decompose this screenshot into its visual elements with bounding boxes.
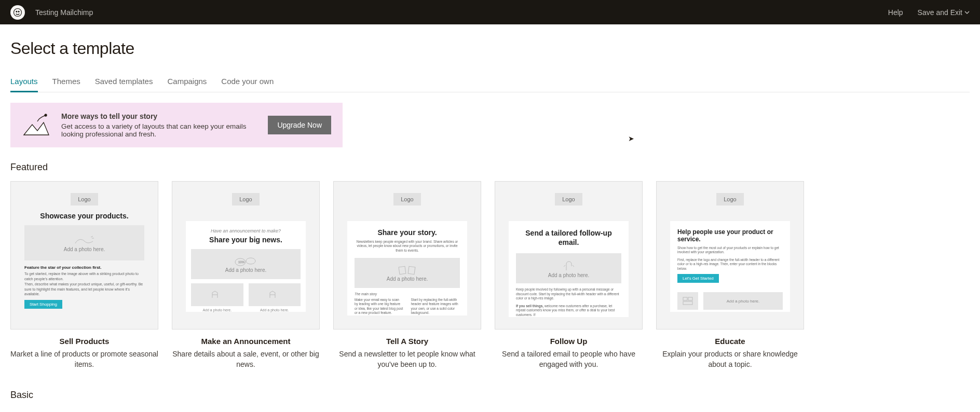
tab-campaigns[interactable]: Campaigns — [167, 73, 207, 92]
card-desc: Market a line of products or promote sea… — [10, 349, 158, 370]
promo-illustration-icon — [22, 113, 51, 137]
card-tell-story: Logo Share your story. Newsletters keep … — [333, 181, 481, 370]
card-desc: Send a tailored email to people who have… — [495, 349, 643, 370]
svg-rect-11 — [683, 301, 692, 305]
svg-rect-10 — [688, 297, 692, 300]
svg-rect-7 — [399, 266, 406, 274]
thumb-logo: Logo — [555, 193, 582, 205]
promo-body: Get access to a variety of layouts that … — [61, 122, 257, 138]
topbar-brand: Testing Mailchimp — [10, 5, 888, 20]
tabs: Layouts Themes Saved templates Campaigns… — [10, 73, 970, 92]
card-title: Follow Up — [495, 337, 643, 346]
page-title: Select a template — [10, 39, 970, 58]
card-title: Tell A Story — [333, 337, 481, 346]
svg-point-1 — [16, 11, 17, 12]
card-make-announcement: Logo Have an announcement to make? Share… — [172, 181, 320, 370]
card-desc: Explain your products or share knowledge… — [656, 349, 804, 370]
upgrade-promo: More ways to tell your story Get access … — [10, 103, 343, 147]
chevron-down-icon — [964, 10, 970, 15]
thumb-logo: Logo — [71, 193, 98, 205]
card-desc: Share details about a sale, event, or ot… — [172, 349, 320, 370]
thumb-heading: Showcase your products. — [24, 212, 144, 220]
svg-point-5 — [246, 258, 255, 264]
mailchimp-logo-icon[interactable] — [10, 5, 25, 20]
card-sell-products: Logo Showcase your products. Add a photo… — [10, 181, 158, 370]
section-featured: Featured — [10, 162, 970, 173]
svg-text:10%: 10% — [238, 260, 245, 264]
svg-rect-8 — [408, 266, 415, 274]
save-and-exit[interactable]: Save and Exit — [918, 8, 970, 17]
thumb-logo: Logo — [716, 193, 743, 205]
thumb-announcement[interactable]: Logo Have an announcement to make? Share… — [172, 181, 320, 329]
thumb-cta: Let's Get Started — [677, 274, 719, 283]
card-title: Sell Products — [10, 337, 158, 346]
tab-layouts[interactable]: Layouts — [10, 73, 38, 92]
thumb-heading: Share your big news. — [191, 236, 301, 244]
upgrade-now-button[interactable]: Upgrade Now — [268, 116, 331, 134]
tab-code-your-own[interactable]: Code your own — [221, 73, 274, 92]
featured-cards: Logo Showcase your products. Add a photo… — [10, 181, 970, 370]
help-link[interactable]: Help — [888, 8, 903, 17]
tab-themes[interactable]: Themes — [52, 73, 80, 92]
card-educate: Logo Help people use your product or ser… — [656, 181, 804, 370]
svg-point-0 — [14, 8, 22, 16]
card-title: Make an Announcement — [172, 337, 320, 346]
promo-text: More ways to tell your story Get access … — [61, 112, 257, 138]
thumb-heading: Help people use your product or service. — [677, 228, 783, 243]
topbar-right: Help Save and Exit — [888, 8, 970, 17]
thumb-sell-products[interactable]: Logo Showcase your products. Add a photo… — [10, 181, 158, 329]
tab-saved-templates[interactable]: Saved templates — [95, 73, 153, 92]
card-follow-up: Logo Send a tailored follow-up email. Ad… — [495, 181, 643, 370]
main-container: Select a template Layouts Themes Saved t… — [0, 24, 980, 412]
thumb-heading: Share your story. — [355, 228, 460, 237]
svg-point-3 — [45, 114, 47, 116]
card-title: Educate — [656, 337, 804, 346]
topbar: Testing Mailchimp Help Save and Exit — [0, 0, 980, 24]
promo-headline: More ways to tell your story — [61, 112, 257, 120]
thumb-story[interactable]: Logo Share your story. Newsletters keep … — [333, 181, 481, 329]
thumb-heading: Send a tailored follow-up email. — [516, 228, 621, 247]
thumb-cta: Start Shopping — [24, 300, 62, 309]
card-desc: Send a newsletter to let people know wha… — [333, 349, 481, 370]
thumb-logo: Logo — [232, 193, 259, 205]
svg-rect-9 — [683, 297, 687, 300]
org-name[interactable]: Testing Mailchimp — [35, 8, 93, 17]
thumb-followup[interactable]: Logo Send a tailored follow-up email. Ad… — [495, 181, 643, 329]
save-and-exit-label: Save and Exit — [918, 8, 962, 17]
thumb-logo: Logo — [393, 193, 420, 205]
svg-point-2 — [18, 11, 19, 12]
section-basic: Basic — [10, 390, 970, 401]
thumb-educate[interactable]: Logo Help people use your product or ser… — [656, 181, 804, 329]
thumb-photo-placeholder: Add a photo here. — [24, 225, 144, 260]
